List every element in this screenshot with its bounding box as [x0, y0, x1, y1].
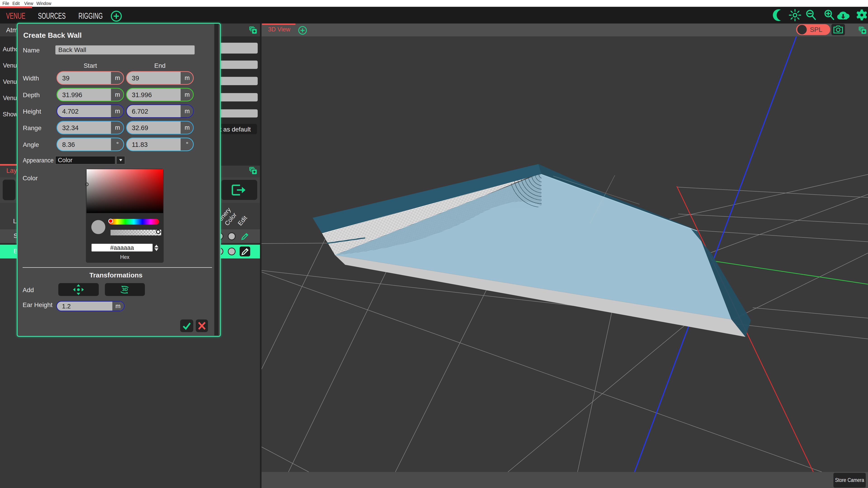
svg-text:3D: 3D [122, 287, 128, 292]
